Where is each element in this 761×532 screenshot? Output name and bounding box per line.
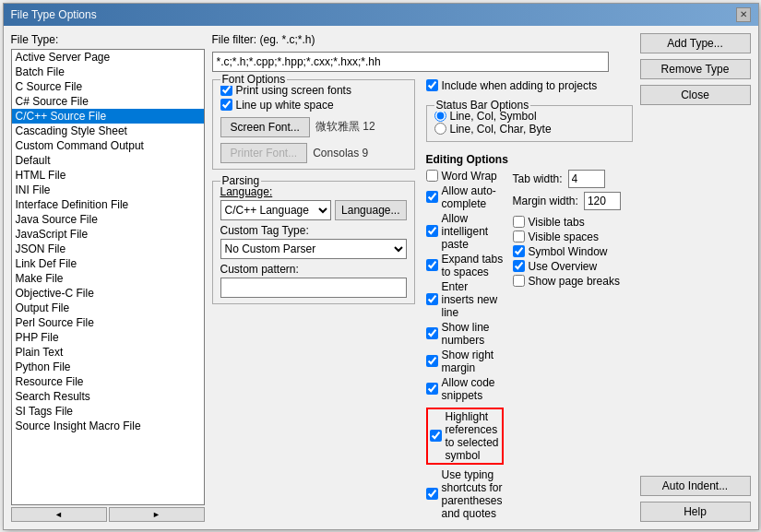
typing-shortcuts-row: Use typing shortcuts for parentheses and… xyxy=(426,468,504,520)
file-filter-input[interactable] xyxy=(212,52,609,72)
editing-option-label: Visible tabs xyxy=(529,216,585,229)
file-list-item[interactable]: PHP File xyxy=(12,330,204,345)
file-list-item[interactable]: JavaScript File xyxy=(12,227,204,242)
file-list-item[interactable]: Python File xyxy=(12,360,204,374)
editing-option-row: Visible spaces xyxy=(513,231,633,243)
margin-width-label: Margin width: xyxy=(513,195,578,207)
editing-option-row: Use Overview xyxy=(513,260,633,273)
file-list-item[interactable]: Interface Definition File xyxy=(12,197,204,212)
screen-font-button[interactable]: Screen Font... xyxy=(220,117,310,137)
auto-indent-button[interactable]: Auto Indent... xyxy=(640,476,751,496)
tab-width-input[interactable] xyxy=(568,170,605,188)
dialog-title: File Type Options xyxy=(11,8,97,21)
margin-width-input[interactable] xyxy=(584,192,621,210)
printer-font-name: Consolas 9 xyxy=(313,147,368,160)
custom-tag-select[interactable]: No Custom Parser xyxy=(220,239,407,259)
file-list-item[interactable]: Custom Command Output xyxy=(12,138,204,153)
file-list-item[interactable]: Java Source File xyxy=(12,212,204,227)
radio-line-col-symbol: Line, Col, Symbol xyxy=(434,110,624,123)
editing-option-label: Show right margin xyxy=(442,349,504,374)
editing-option-check[interactable] xyxy=(513,216,525,228)
editing-option-check[interactable] xyxy=(513,260,525,272)
file-list-item[interactable]: Active Server Page xyxy=(12,50,204,65)
editing-option-check[interactable] xyxy=(513,231,525,242)
editing-option-check[interactable] xyxy=(426,191,438,203)
line-up-whitespace-row: Line up white space xyxy=(220,99,407,112)
file-list-item[interactable]: Cascading Style Sheet xyxy=(12,124,204,138)
editing-right-col: Tab width: Margin width: Visible tabsVis… xyxy=(513,170,633,522)
file-list-item[interactable]: Default xyxy=(12,153,204,168)
editing-option-check[interactable] xyxy=(513,245,525,257)
parsing-title: Parsing xyxy=(220,174,262,187)
scroll-right-btn[interactable]: ► xyxy=(109,507,205,522)
editing-option-label: Show line numbers xyxy=(442,321,504,347)
custom-pattern-input[interactable] xyxy=(220,278,407,298)
file-list-item[interactable]: Source Insight Macro File xyxy=(12,419,204,433)
radio-line-col-symbol-input[interactable] xyxy=(434,110,446,122)
editing-option-row: Allow code snippets xyxy=(426,376,504,402)
file-list-item[interactable]: Output File xyxy=(12,301,204,315)
line-up-whitespace-check[interactable] xyxy=(220,99,232,111)
font-options-title: Font Options xyxy=(220,73,288,86)
editing-option-label: Use Overview xyxy=(529,260,598,273)
file-list-item[interactable]: HTML File xyxy=(12,168,204,183)
editing-option-check[interactable] xyxy=(426,383,438,395)
editing-option-check[interactable] xyxy=(426,170,438,182)
custom-tag-label: Custom Tag Type: xyxy=(220,224,407,237)
editing-option-row: Visible tabs xyxy=(513,216,633,229)
line-up-whitespace-label: Line up white space xyxy=(236,99,334,112)
radio-line-col-char-input[interactable] xyxy=(434,123,446,135)
file-list-item[interactable]: Batch File xyxy=(12,65,204,79)
file-list-item[interactable]: C/C++ Source File xyxy=(12,109,204,124)
dialog: File Type Options ✕ File Type: Active Se… xyxy=(3,3,759,530)
radio-line-col-char: Line, Col, Char, Byte xyxy=(434,123,624,136)
include-check[interactable] xyxy=(426,79,438,91)
typing-shortcuts-check[interactable] xyxy=(426,488,438,500)
file-list-item[interactable]: Search Results xyxy=(12,389,204,404)
remove-type-button[interactable]: Remove Type xyxy=(640,59,751,79)
file-type-panel: File Type: Active Server PageBatch FileC… xyxy=(11,33,205,522)
font-options-group: Font Options Print using screen fonts Li… xyxy=(212,79,415,170)
file-list-item[interactable]: Resource File xyxy=(12,374,204,389)
file-list[interactable]: Active Server PageBatch FileC Source Fil… xyxy=(11,49,205,505)
editing-option-label: Enter inserts new line xyxy=(442,280,504,319)
highlight-references-label: Highlight references to selected symbol xyxy=(446,410,500,462)
help-button[interactable]: Help xyxy=(640,502,751,522)
print-screen-fonts-row: Print using screen fonts xyxy=(220,84,407,97)
file-list-item[interactable]: C Source File xyxy=(12,79,204,94)
print-screen-fonts-label: Print using screen fonts xyxy=(236,84,351,97)
language-button[interactable]: Language... xyxy=(335,200,406,220)
title-bar: File Type Options ✕ xyxy=(4,4,758,26)
editing-option-check[interactable] xyxy=(426,327,438,339)
highlight-references-check[interactable] xyxy=(430,430,442,442)
close-icon[interactable]: ✕ xyxy=(736,7,751,22)
editing-option-row: Expand tabs to spaces xyxy=(426,253,504,278)
file-list-item[interactable]: Perl Source File xyxy=(12,315,204,330)
editing-option-check[interactable] xyxy=(513,275,525,287)
scroll-left-btn[interactable]: ◄ xyxy=(11,507,107,522)
file-list-item[interactable]: INI File xyxy=(12,183,204,197)
language-select[interactable]: C/C++ Language xyxy=(220,200,332,220)
file-list-item[interactable]: SI Tags File xyxy=(12,404,204,419)
include-row: Include when adding to projects xyxy=(426,79,633,92)
file-list-item[interactable]: Make File xyxy=(12,271,204,286)
editing-option-label: Allow intelligent paste xyxy=(442,212,504,251)
editing-option-check[interactable] xyxy=(426,259,438,271)
add-type-button[interactable]: Add Type... xyxy=(640,33,751,53)
editing-option-row: Show right margin xyxy=(426,349,504,374)
file-list-item[interactable]: C# Source File xyxy=(12,94,204,109)
printer-font-button[interactable]: Printer Font... xyxy=(220,143,308,163)
file-list-item[interactable]: Plain Text xyxy=(12,345,204,360)
close-button[interactable]: Close xyxy=(640,85,751,105)
file-list-item[interactable]: JSON File xyxy=(12,242,204,256)
editing-option-check[interactable] xyxy=(426,225,438,237)
include-label: Include when adding to projects xyxy=(442,79,598,92)
editing-option-check[interactable] xyxy=(426,293,438,305)
print-screen-fonts-check[interactable] xyxy=(220,84,232,96)
center-area: File filter: (eg. *.c;*.h) Font Options … xyxy=(212,33,633,522)
editing-option-row: Word Wrap xyxy=(426,170,504,183)
editing-option-check[interactable] xyxy=(426,355,438,367)
status-bar-group: Status Bar Options Line, Col, Symbol Lin… xyxy=(426,105,633,142)
file-list-item[interactable]: Link Def File xyxy=(12,256,204,271)
file-list-item[interactable]: Objective-C File xyxy=(12,286,204,301)
